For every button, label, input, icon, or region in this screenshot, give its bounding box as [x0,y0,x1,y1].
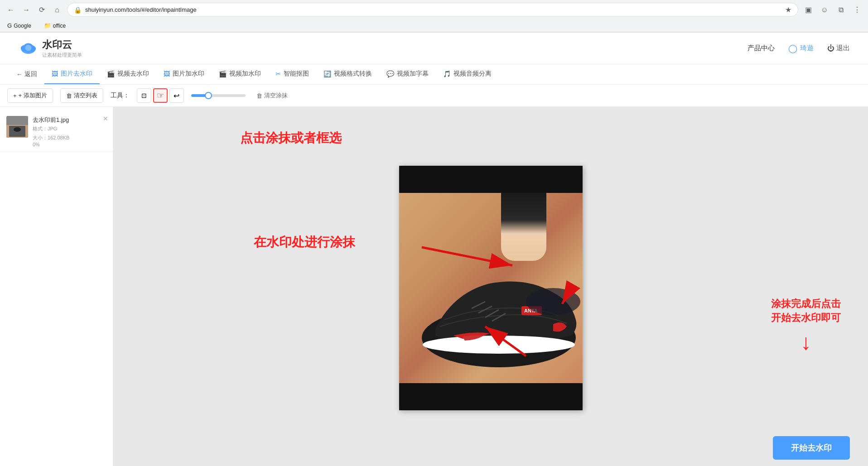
add-image-label: + 添加图片 [19,91,47,100]
tools-label: 工具： [111,91,130,100]
home-button[interactable]: ⌂ [51,4,63,16]
svg-point-4 [25,45,32,51]
app: 水印云 让素材处理更简单 产品中心 ◯ 琦遊 ⏻ 退出 ← 返回 🖼 图片去水印 [0,33,868,466]
clear-list-label: 清空列表 [74,91,97,100]
shoe-image-main: ANTA [399,193,583,383]
nav-tabs: ← 返回 🖼 图片去水印 🎬 视频去水印 🖼 图片加水印 🎬 视频加水印 ✂ 智… [0,64,868,85]
paint-watermark-text: 在水印处进行涂抹 [254,234,355,251]
tab-icon-5: ✂ [275,70,281,77]
logo-sub: 让素材处理更简单 [42,52,82,58]
add-image-button[interactable]: + + 添加图片 [7,88,53,103]
back-label: 返回 [24,70,37,78]
bookmark-google[interactable]: G Google [5,21,34,30]
back-arrow-icon: ← [16,71,23,78]
image-top-band [399,166,583,193]
shoe-svg: ANTA [399,211,583,383]
lock-icon: 🔒 [74,6,82,14]
power-icon: ⏻ [827,44,834,53]
paint-tool-button[interactable]: ☞ [153,88,168,103]
forward-button[interactable]: → [20,4,33,16]
tab-icon-8: 🎵 [443,70,451,77]
clear-paint-button[interactable]: 🗑 清空涂抹 [253,90,291,101]
product-center[interactable]: 产品中心 [747,44,775,53]
file-info: 去水印前1.jpg 格式：JPG 大小：162.08KB 0% [33,116,106,147]
file-item: 去水印前1.jpg 格式：JPG 大小：162.08KB 0% ✕ [0,111,113,152]
down-arrow-icon: ↓ [771,330,841,355]
tab-video-subtitle[interactable]: 💬 视频加字幕 [379,64,436,84]
logo-text: 水印云 让素材处理更简单 [42,38,82,58]
file-size: 大小：162.08KB [33,134,106,142]
tab-icon-7: 💬 [386,70,394,77]
bookmark-office[interactable]: 📁 office [41,21,68,30]
browser-bar: ← → ⟳ ⌂ 🔒 shuiyinyun.com/tools/#/editor/… [0,0,868,19]
file-close-button[interactable]: ✕ [103,115,108,122]
canvas-area[interactable]: 点击涂抹或者框选 在水印处进行涂抹 [113,107,868,466]
tab-image-add-watermark[interactable]: 🖼 图片加水印 [156,64,212,84]
logo-area: 水印云 让素材处理更简单 [18,38,82,58]
file-format: 格式：JPG [33,125,106,133]
tab-video-format[interactable]: 🔄 视频格式转换 [316,64,379,84]
svg-point-10 [423,336,575,354]
back-button[interactable]: ← [5,4,17,16]
tool-group: ⊡ ☞ ↩ [137,88,184,103]
right-tip-text: 涂抹完成后点击 开始去水印即可 [771,297,841,325]
click-paint-text: 点击涂抹或者框选 [240,130,342,147]
instruction-paint-watermark: 在水印处进行涂抹 [254,234,355,251]
browser-actions: ▣ ☺ ⧉ ⋮ [802,4,863,16]
file-name: 去水印前1.jpg [33,116,106,124]
trash-icon: 🗑 [66,92,72,99]
sidebar: 去水印前1.jpg 格式：JPG 大小：162.08KB 0% ✕ [0,107,113,466]
file-thumbnail [6,116,28,138]
header-right: 产品中心 ◯ 琦遊 ⏻ 退出 [747,43,850,53]
tab-video-audio-separate[interactable]: 🎵 视频音频分离 [436,64,499,84]
plus-icon: + [13,92,17,99]
clear-paint-icon: 🗑 [256,92,262,99]
tab-icon-3: 🖼 [164,70,170,77]
folder-icon: 📁 [44,22,51,29]
tab-video-add-watermark[interactable]: 🎬 视频加水印 [212,64,268,84]
tab-icon-2: 🎬 [107,70,115,77]
url-text: shuiyinyun.com/tools/#/editor/inpaintIma… [85,6,781,13]
address-bar[interactable]: 🔒 shuiyinyun.com/tools/#/editor/inpaintI… [67,3,798,17]
google-icon: G [7,22,12,29]
extensions-button[interactable]: ▣ [802,4,815,16]
browser-chrome: ← → ⟳ ⌂ 🔒 shuiyinyun.com/tools/#/editor/… [0,0,868,33]
clear-paint-label: 清空涂抹 [264,91,288,100]
nav-back[interactable]: ← 返回 [9,65,44,84]
user-menu[interactable]: ◯ 琦遊 [788,43,814,53]
shoe-image-container: ANTA [399,166,583,410]
tab-icon-4: 🎬 [219,70,227,77]
tab-icon-6: 🔄 [323,70,331,77]
svg-point-17 [526,288,580,315]
bookmark-bar: G Google 📁 office [0,19,868,32]
tab-icon-1: 🖼 [52,70,58,77]
browser-controls: ← → ⟳ ⌂ [5,4,63,16]
toolbar: + + 添加图片 🗑 清空列表 工具： ⊡ ☞ ↩ 🗑 清空涂抹 [0,85,868,107]
user-icon: ◯ [788,43,797,53]
tab-smart-cutout[interactable]: ✂ 智能抠图 [268,64,316,84]
file-progress: 0% [33,142,106,147]
menu-button[interactable]: ⋮ [851,4,863,16]
brush-size-slider[interactable] [191,94,246,97]
logo-icon [18,40,39,56]
star-icon[interactable]: ★ [785,5,791,14]
logout-button[interactable]: ⏻ 退出 [827,44,850,53]
tab-video-remove-watermark[interactable]: 🎬 视频去水印 [100,64,156,84]
undo-tool-button[interactable]: ↩ [169,88,184,103]
clear-list-button[interactable]: 🗑 清空列表 [60,88,103,103]
svg-point-8 [14,127,21,132]
main-content: 去水印前1.jpg 格式：JPG 大小：162.08KB 0% ✕ 点击涂抹或者… [0,107,868,466]
start-button[interactable]: 开始去水印 [773,436,850,460]
brush-size-container [191,94,246,97]
tab-image-remove-watermark[interactable]: 🖼 图片去水印 [44,64,100,84]
profile-button[interactable]: ☺ [818,4,831,16]
app-header: 水印云 让素材处理更简单 产品中心 ◯ 琦遊 ⏻ 退出 [0,33,868,64]
selection-tool-button[interactable]: ⊡ [137,88,151,103]
restore-button[interactable]: ⧉ [834,4,847,16]
right-tip: 涂抹完成后点击 开始去水印即可 ↓ [771,297,841,355]
logo-name: 水印云 [42,38,82,52]
instruction-click-paint: 点击涂抹或者框选 [240,130,342,147]
logout-label: 退出 [836,44,850,53]
image-bottom-band [399,383,583,410]
reload-button[interactable]: ⟳ [35,4,48,16]
